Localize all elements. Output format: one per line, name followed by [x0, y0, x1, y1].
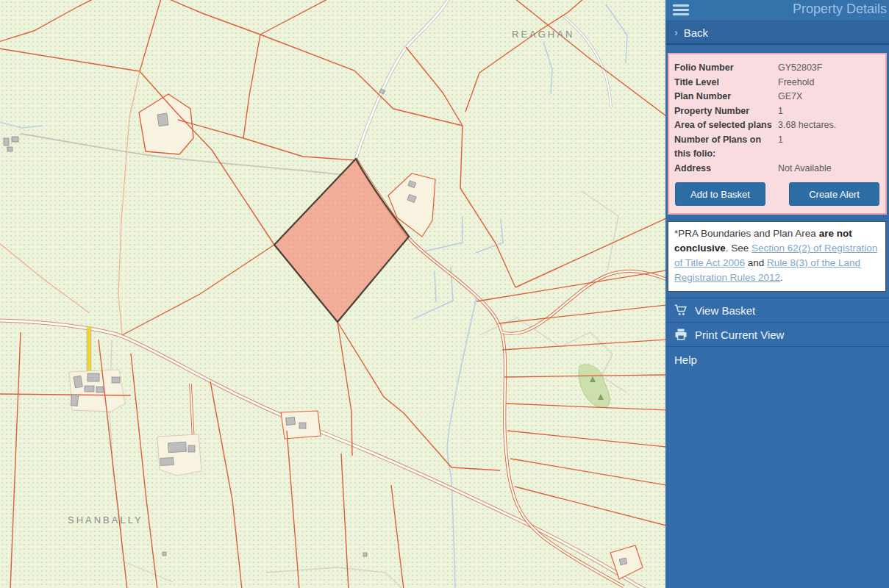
detail-row: Address Not Available: [674, 162, 880, 176]
map-canvas[interactable]: REAGHAN SHANBALLY: [0, 0, 665, 588]
panel-header: Property Details: [665, 0, 889, 21]
selected-parcel[interactable]: [274, 159, 409, 322]
back-button[interactable]: › Back: [665, 21, 889, 45]
disclaimer-text: *PRA Boundaries and Plan Area: [674, 228, 819, 239]
printer-icon: [674, 328, 688, 341]
help-button[interactable]: Help: [665, 346, 889, 372]
detail-value: 3.68 hectares.: [778, 118, 836, 133]
detail-label: Plan Number: [674, 90, 778, 104]
townland-label-reaghan: REAGHAN: [512, 29, 574, 40]
panel-title: Property Details: [793, 1, 887, 17]
create-alert-button[interactable]: Create Alert: [789, 182, 879, 206]
disclaimer-text: and: [745, 257, 767, 268]
townland-label-shanbally: SHANBALLY: [68, 514, 143, 526]
detail-label: Folio Number: [674, 61, 778, 76]
stream-lines: [0, 4, 627, 588]
property-details-box: Folio Number GY52803F Title Level Freeho…: [668, 53, 887, 215]
light-boundary-lines: [0, 71, 140, 334]
menu-icon[interactable]: [673, 4, 689, 18]
disclaimer-text: . See: [726, 243, 751, 254]
detail-value: 1: [778, 133, 783, 162]
detail-row: Area of selected plans 3.68 hectares.: [674, 118, 880, 133]
detail-value: 1: [778, 104, 783, 119]
print-current-view-label: Print Current View: [695, 329, 784, 341]
detail-value: Freehold: [778, 76, 814, 90]
disclaimer-text: .: [780, 272, 783, 283]
detail-row: Property Number 1: [674, 104, 880, 119]
chevron-right-icon: ›: [674, 26, 678, 38]
detail-value: Not Available: [778, 162, 832, 176]
detail-row: Folio Number GY52803F: [674, 61, 880, 76]
detail-label: Property Number: [674, 104, 778, 119]
disclaimer-note: *PRA Boundaries and Plan Area are not co…: [668, 221, 886, 292]
woodland-patch: [579, 365, 610, 408]
view-basket-button[interactable]: View Basket: [665, 298, 889, 322]
detail-row: Plan Number GE7X: [674, 90, 880, 104]
detail-value: GY52803F: [778, 61, 822, 76]
detail-row: Title Level Freehold: [674, 76, 880, 90]
detail-label: Area of selected plans: [674, 118, 778, 133]
view-basket-label: View Basket: [695, 304, 755, 317]
detail-label: Title Level: [674, 76, 778, 90]
cart-icon: [674, 304, 688, 317]
add-to-basket-button[interactable]: Add to Basket: [675, 182, 765, 206]
detail-label: Number of Plans on this folio:: [674, 133, 778, 162]
property-details-panel: Property Details › Back Folio Number GY5…: [665, 0, 889, 588]
detail-row: Number of Plans on this folio: 1: [674, 133, 880, 162]
help-label: Help: [674, 354, 697, 366]
detail-value: GE7X: [778, 90, 802, 104]
back-label: Back: [684, 26, 708, 39]
print-current-view-button[interactable]: Print Current View: [665, 322, 889, 346]
detail-label: Address: [674, 162, 778, 176]
cadastral-map: [0, 0, 665, 588]
